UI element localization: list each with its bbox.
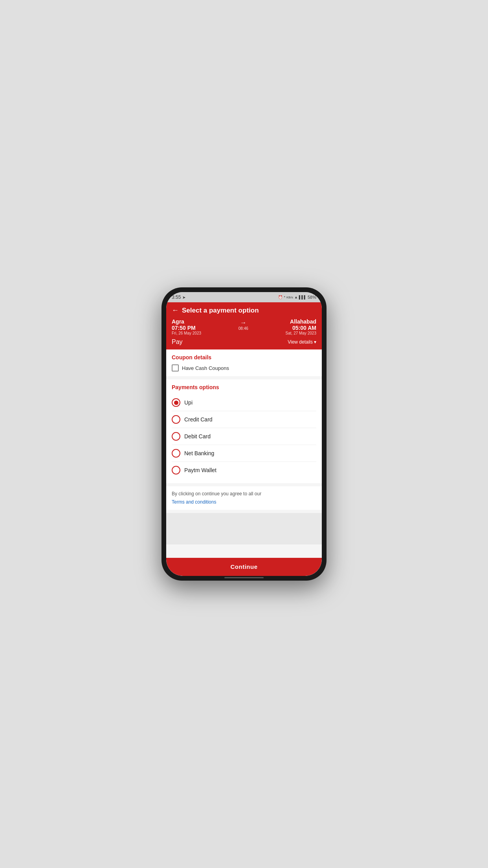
to-time: 05:00 AM [292, 325, 316, 331]
coupon-section: Coupon details Have Cash Coupons [166, 349, 322, 376]
continue-bar[interactable]: Continue [166, 558, 322, 576]
terms-pre-text: By clicking on continue you agree to all… [172, 491, 316, 497]
coupon-row[interactable]: Have Cash Coupons [172, 364, 316, 371]
from-time: 07:50 PM [172, 325, 201, 331]
pay-label: Pay [172, 338, 183, 346]
payment-option-net-banking[interactable]: Net Banking [172, 445, 316, 462]
coupon-checkbox[interactable] [172, 364, 179, 371]
radio-net-banking [172, 449, 180, 458]
to-date: Sat, 27 May 2023 [286, 331, 316, 335]
radio-upi [172, 398, 180, 407]
phone-screen: 3:55 ➤ ⏰ * KB/s ▲ ▌▌▌ 58% ← Select a pay… [166, 292, 322, 576]
payment-option-upi[interactable]: Upi [172, 394, 316, 411]
payment-option-credit-card[interactable]: Credit Card [172, 411, 316, 428]
payment-label-upi: Upi [184, 399, 193, 406]
journey-to: Allahabad 05:00 AM Sat, 27 May 2023 [286, 318, 316, 335]
view-details-button[interactable]: View details ▾ [288, 339, 316, 345]
signal-icon: ▌▌▌ [299, 295, 306, 299]
alarm-icon: ⏰ [278, 295, 283, 299]
app-header: ← Select a payment option Agra 07:50 PM … [166, 302, 322, 349]
journey-from: Agra 07:50 PM Fri, 26 May 2023 [172, 318, 201, 335]
coupon-section-title: Coupon details [172, 354, 316, 360]
coupon-checkbox-label: Have Cash Coupons [182, 365, 229, 371]
phone-frame: 3:55 ➤ ⏰ * KB/s ▲ ▌▌▌ 58% ← Select a pay… [161, 287, 327, 581]
radio-paytm-wallet [172, 466, 180, 474]
journey-info: Agra 07:50 PM Fri, 26 May 2023 → 08:46 A… [172, 318, 316, 335]
wifi-icon: ▲ [294, 295, 298, 299]
to-city: Allahabad [290, 318, 316, 325]
location-icon: ➤ [182, 295, 185, 300]
radio-debit-card [172, 432, 180, 441]
radio-credit-card [172, 415, 180, 424]
payment-label-credit-card: Credit Card [184, 416, 213, 423]
payment-option-paytm-wallet[interactable]: Paytm Wallet [172, 462, 316, 478]
empty-gray-area [166, 513, 322, 544]
back-button[interactable]: ← [172, 306, 179, 314]
payments-section: Payments options Upi Credit Card Debit [166, 379, 322, 483]
direction-arrow-icon: → [240, 319, 246, 326]
payment-option-debit-card[interactable]: Debit Card [172, 428, 316, 445]
status-bar: 3:55 ➤ ⏰ * KB/s ▲ ▌▌▌ 58% [166, 292, 322, 302]
bluetooth-icon: * [284, 295, 285, 299]
content-area: Coupon details Have Cash Coupons Payment… [166, 349, 322, 558]
status-time: 3:55 ➤ [172, 294, 185, 300]
journey-duration: 08:46 [238, 326, 248, 331]
radio-upi-fill [174, 401, 178, 405]
battery: 58% [308, 295, 316, 300]
home-indicator [224, 577, 264, 578]
payment-label-debit-card: Debit Card [184, 433, 211, 440]
chevron-down-icon: ▾ [314, 339, 316, 345]
terms-link[interactable]: Terms and conditions [172, 499, 216, 505]
payment-label-paytm-wallet: Paytm Wallet [184, 467, 216, 473]
payment-label-net-banking: Net Banking [184, 450, 214, 456]
from-date: Fri, 26 May 2023 [172, 331, 201, 335]
continue-button[interactable]: Continue [231, 563, 258, 570]
journey-middle: → 08:46 [238, 318, 248, 331]
status-icons: ⏰ * KB/s ▲ ▌▌▌ 58% [278, 295, 316, 300]
pay-details-row: Pay View details ▾ [172, 338, 316, 346]
from-city: Agra [172, 318, 201, 325]
terms-section: By clicking on continue you agree to all… [166, 486, 322, 510]
payments-section-title: Payments options [172, 384, 316, 390]
page-title: Select a payment option [182, 307, 259, 314]
speed-icon: KB/s [286, 296, 293, 299]
